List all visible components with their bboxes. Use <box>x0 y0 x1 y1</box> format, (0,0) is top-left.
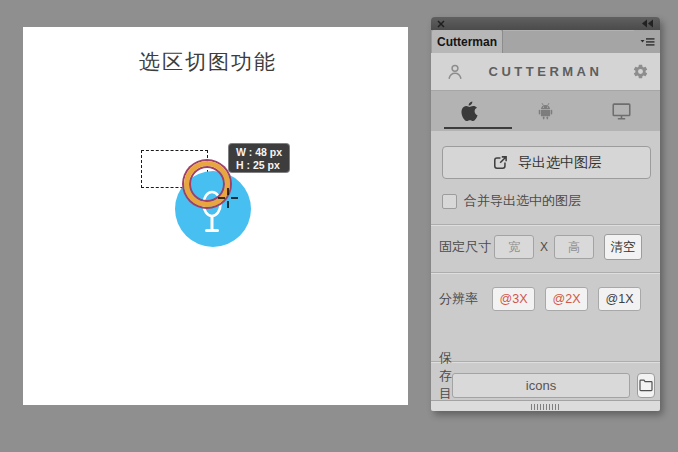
browse-folder-button[interactable] <box>637 373 655 398</box>
resolution-label: 分辨率 <box>439 290 492 308</box>
panel-header: CUTTERMAN <box>431 53 660 91</box>
fixed-size-row: 固定尺寸 X 清空 <box>431 234 660 260</box>
divider <box>431 224 660 226</box>
tab-cutterman[interactable]: Cutterman <box>432 30 502 53</box>
resolution-3x-button[interactable]: @3X <box>492 287 535 311</box>
tab-android[interactable] <box>507 91 583 131</box>
height-input[interactable] <box>554 235 594 259</box>
resolution-2x-button[interactable]: @2X <box>545 287 588 311</box>
save-directory-row: 保存目录 <box>431 372 660 398</box>
tooltip-height-text: H : 25 px <box>236 159 282 172</box>
merge-export-option[interactable]: 合并导出选中的图层 <box>442 193 649 209</box>
merge-checkbox[interactable] <box>442 194 457 209</box>
tab-web[interactable] <box>584 91 660 131</box>
active-tab-underline <box>444 127 512 129</box>
width-input[interactable] <box>494 235 534 259</box>
folder-icon <box>638 378 654 392</box>
tooltip-width-text: W : 48 px <box>236 146 282 159</box>
resolution-1x-button[interactable]: @1X <box>598 287 641 311</box>
export-icon <box>491 154 509 172</box>
divider <box>431 272 660 274</box>
export-selected-layers-button[interactable]: 导出选中图层 <box>442 146 651 179</box>
fixed-size-label: 固定尺寸 <box>439 238 494 256</box>
selection-size-tooltip: W : 48 px H : 25 px <box>228 143 290 173</box>
panel-resize-grip[interactable] <box>531 404 561 410</box>
panel-bottombar <box>431 400 660 411</box>
merge-checkbox-label: 合并导出选中的图层 <box>464 192 581 210</box>
save-directory-input[interactable] <box>452 373 630 398</box>
settings-gear-icon[interactable] <box>632 63 649 84</box>
cutterman-panel: Cutterman CUTTERMAN <box>431 17 660 411</box>
desktop-background: 选区切图功能 W : 48 px H : 25 px <box>0 0 678 452</box>
panel-titlebar[interactable] <box>431 17 660 30</box>
panel-menu-icon[interactable] <box>634 30 660 53</box>
size-separator: X <box>540 240 548 254</box>
resolution-row: 分辨率 @3X @2X @1X <box>431 287 660 311</box>
close-icon[interactable] <box>436 19 445 28</box>
save-directory-label: 保存目录 <box>439 349 452 400</box>
brand-title: CUTTERMAN <box>431 64 660 79</box>
document-canvas[interactable]: 选区切图功能 W : 48 px H : 25 px <box>23 27 408 405</box>
panel-content: 导出选中图层 合并导出选中的图层 固定尺寸 X 清空 分辨率 @3X @2X @… <box>431 131 660 400</box>
canvas-title: 选区切图功能 <box>23 48 393 76</box>
collapse-to-icons-icon[interactable] <box>640 19 654 28</box>
account-icon[interactable] <box>445 62 465 86</box>
tab-ios[interactable] <box>431 91 507 131</box>
panel-tabstrip: Cutterman <box>431 30 660 53</box>
export-button-label: 导出选中图层 <box>518 154 602 172</box>
platform-tabs <box>431 91 660 131</box>
divider <box>431 361 660 363</box>
tabstrip-empty-area <box>502 30 634 53</box>
crosshair-cursor-icon <box>217 187 239 209</box>
clear-size-button[interactable]: 清空 <box>604 234 642 260</box>
